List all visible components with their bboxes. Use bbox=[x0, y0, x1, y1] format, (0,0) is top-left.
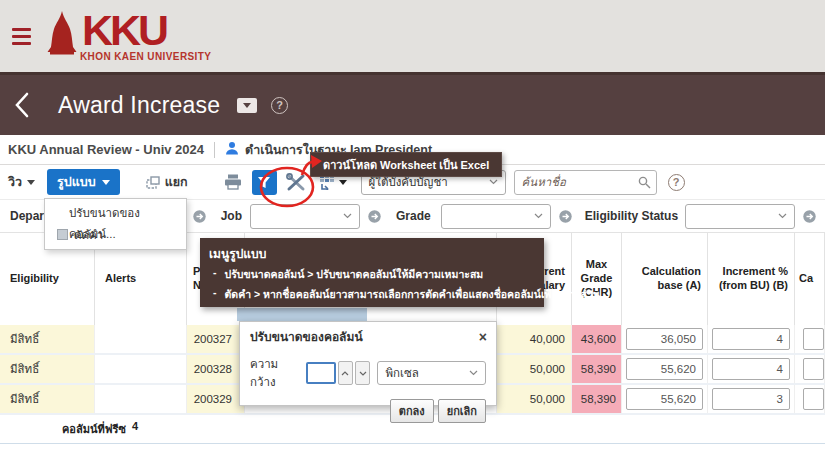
cell-eligibility: มีสิทธิ์ bbox=[0, 355, 95, 383]
cell-person-number: 200329 bbox=[187, 385, 245, 413]
cell-eligibility: มีสิทธิ์ bbox=[0, 325, 95, 353]
caret-down-icon bbox=[339, 180, 347, 185]
search-help-icon[interactable]: ? bbox=[668, 174, 685, 191]
chevron-down-icon bbox=[489, 179, 498, 185]
review-title: KKU Annual Review - Univ 2024 bbox=[8, 142, 204, 157]
job-go-button[interactable] bbox=[368, 210, 381, 223]
grade-go-button[interactable] bbox=[559, 210, 572, 223]
spinner-up-button[interactable] bbox=[338, 361, 353, 385]
increment-input[interactable]: 3 bbox=[712, 388, 790, 410]
pagoda-icon bbox=[45, 10, 79, 60]
cancel-button[interactable]: ยกเลิก bbox=[438, 399, 486, 423]
partial-input[interactable] bbox=[803, 388, 824, 410]
context-divider bbox=[214, 142, 215, 158]
dialog-title: ปรับขนาดของคอลัมน์ bbox=[250, 327, 363, 346]
page-title: Award Increase bbox=[58, 92, 220, 119]
menu-item-resize-columns[interactable]: ปรับขนาดของคอลัมน์... bbox=[45, 203, 186, 224]
eligibility-status-go-button[interactable] bbox=[803, 210, 816, 223]
menu-item-word-wrap-label: ตัดคำ bbox=[74, 226, 103, 244]
frozen-columns-label: คอลัมน์ที่ฟรีซ 4 bbox=[62, 420, 138, 438]
cell-eligibility: มีสิทธิ์ bbox=[0, 385, 95, 413]
checkbox-icon bbox=[57, 229, 68, 240]
caret-down-icon bbox=[102, 180, 110, 185]
panel-toggle-icon[interactable] bbox=[237, 98, 257, 113]
unit-select-value: พิกเซล bbox=[385, 364, 418, 382]
chevron-down-icon bbox=[359, 371, 367, 376]
go-arrow-icon bbox=[368, 210, 381, 223]
cell-alerts bbox=[95, 385, 187, 413]
increment-input[interactable]: 4 bbox=[712, 328, 790, 350]
app-header: KKU KHON KAEN UNIVERSITY bbox=[0, 0, 825, 72]
search-input[interactable] bbox=[514, 170, 657, 195]
column-highlight bbox=[237, 308, 367, 321]
go-arrow-icon bbox=[193, 210, 206, 223]
calc-base-input[interactable]: 36,050 bbox=[626, 328, 703, 350]
go-arrow-icon bbox=[559, 210, 572, 223]
kku-logo: KKU KHON KAEN UNIVERSITY bbox=[45, 10, 211, 62]
title-band: Award Increase ? bbox=[0, 75, 825, 135]
width-label: ความกว้าง bbox=[250, 355, 298, 391]
go-arrow-icon bbox=[803, 210, 816, 223]
increment-input[interactable]: 4 bbox=[712, 358, 790, 380]
format-menu: ปรับขนาดของคอลัมน์... ตัดคำ bbox=[44, 198, 187, 250]
annotation-note: เมนูรูปแบบ ปรับขนาดคอลัมน์ > ปรับขนาดคอล… bbox=[200, 238, 544, 307]
detach-label: แยก bbox=[165, 172, 188, 192]
hamburger-menu-icon[interactable] bbox=[12, 28, 31, 45]
tools-button[interactable] bbox=[286, 173, 307, 192]
cell-alerts bbox=[95, 355, 187, 383]
chevron-down-icon bbox=[534, 213, 543, 219]
search-box bbox=[514, 170, 657, 195]
column-header-max-grade[interactable]: Max Grade (CHR) bbox=[572, 233, 622, 325]
kku-logo-subtitle: KHON KAEN UNIVERSITY bbox=[80, 51, 211, 62]
column-header-increment[interactable]: Increment % (from BU) (B) bbox=[708, 233, 795, 325]
filter-icon bbox=[257, 176, 271, 189]
width-input[interactable] bbox=[306, 362, 336, 384]
cell-current-salary: 40,000 bbox=[497, 325, 572, 353]
spinner-down-button[interactable] bbox=[355, 361, 370, 385]
grade-select[interactable] bbox=[441, 204, 551, 229]
printer-icon bbox=[224, 174, 242, 190]
grade-label: Grade bbox=[396, 209, 431, 223]
back-button[interactable] bbox=[14, 92, 30, 118]
print-button[interactable] bbox=[224, 174, 242, 190]
job-label: Job bbox=[221, 209, 242, 223]
calc-base-input[interactable]: 55,620 bbox=[626, 358, 703, 380]
annotation-note-line: ตัดคำ > หากชื่อคอลัมน์ยาวสามารถเลือกการต… bbox=[209, 286, 535, 303]
excel-tooltip: ดาวน์โหลด Worksheet เป็น Excel bbox=[310, 152, 502, 177]
frozen-columns-count: 4 bbox=[132, 420, 138, 438]
job-select[interactable] bbox=[250, 204, 360, 229]
close-icon[interactable]: × bbox=[479, 331, 487, 343]
eligibility-status-label: Eligibility Status bbox=[585, 209, 678, 223]
annotation-note-line: ปรับขนาดคอลัมน์ > ปรับขนาดคอลัมน์ให้มีคว… bbox=[209, 266, 535, 283]
caret-down-icon bbox=[27, 180, 35, 185]
unit-select[interactable]: พิกเซล bbox=[377, 361, 486, 385]
detach-button[interactable]: แยก bbox=[146, 172, 188, 192]
ok-button[interactable]: ตกลง bbox=[390, 399, 434, 423]
column-header-calc-base[interactable]: Calculation base (A) bbox=[622, 233, 708, 325]
cell-max-grade: 58,390 bbox=[572, 385, 622, 413]
partial-input[interactable] bbox=[803, 358, 824, 380]
back-chevron-icon bbox=[14, 92, 30, 118]
help-icon[interactable]: ? bbox=[271, 97, 288, 114]
cell-max-grade: 58,390 bbox=[572, 355, 622, 383]
chevron-down-icon bbox=[469, 370, 478, 376]
view-menu-button[interactable]: วิว bbox=[8, 172, 35, 192]
format-menu-label: รูปแบบ bbox=[57, 172, 96, 192]
partial-input[interactable] bbox=[803, 328, 824, 350]
department-go-button[interactable] bbox=[193, 210, 206, 223]
eligibility-status-select[interactable] bbox=[685, 204, 795, 229]
screen: KKU KHON KAEN UNIVERSITY Award Increase … bbox=[0, 0, 825, 464]
calc-base-input[interactable]: 55,620 bbox=[626, 388, 703, 410]
chevron-up-icon bbox=[341, 371, 349, 376]
frozen-columns-text: คอลัมน์ที่ฟรีซ bbox=[62, 420, 126, 438]
column-header-partial[interactable]: Ca bbox=[795, 233, 825, 325]
cell-max-grade: 43,600 bbox=[572, 325, 622, 353]
format-menu-button[interactable]: รูปแบบ bbox=[47, 169, 120, 195]
view-menu-label: วิว bbox=[8, 172, 22, 192]
search-icon bbox=[638, 176, 651, 189]
cell-person-number: 200327 bbox=[187, 325, 245, 353]
resize-column-dialog: ปรับขนาดของคอลัมน์ × ความกว้าง พิกเซล ตก… bbox=[239, 321, 497, 406]
cell-person-number: 200328 bbox=[187, 355, 245, 383]
filter-button[interactable] bbox=[252, 170, 277, 195]
tools-icon bbox=[286, 173, 307, 192]
